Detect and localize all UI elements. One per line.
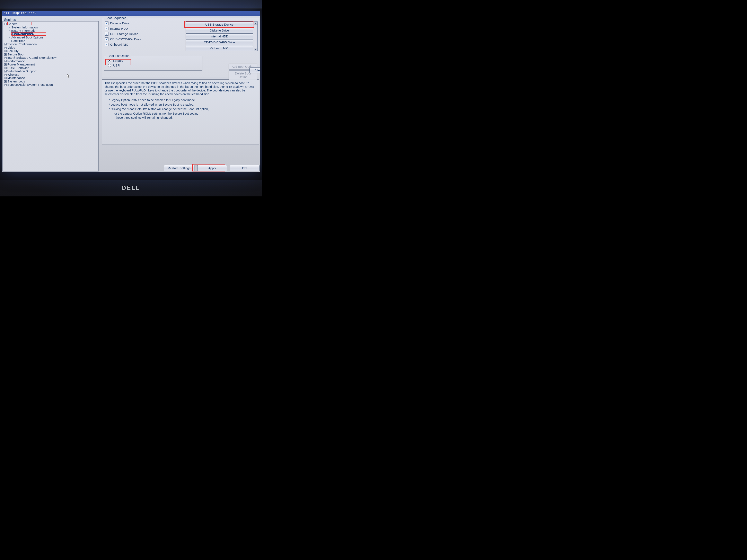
- tree-node-maintenance[interactable]: +Maintenance: [3, 76, 98, 80]
- expand-icon[interactable]: +: [4, 63, 6, 66]
- tree-node-virtualization-support[interactable]: +Virtualization Support: [3, 70, 98, 73]
- detail-panel: Boot Sequence ✓ Diskette Drive ✓ Interna…: [100, 16, 260, 172]
- help-paragraph: This list specifies the order that the B…: [105, 81, 256, 96]
- expand-icon[interactable]: +: [4, 77, 6, 79]
- scroll-up-icon[interactable]: ▲: [254, 22, 257, 25]
- boot-list-radio-legacy[interactable]: Legacy: [108, 59, 200, 62]
- boot-list-option-title: Boot List Option: [106, 54, 131, 57]
- boot-check-label: Onboard NIC: [110, 43, 128, 46]
- checkbox-icon[interactable]: ✓: [105, 27, 108, 30]
- tree-node-video[interactable]: +Video: [3, 46, 98, 50]
- expand-icon[interactable]: +: [4, 57, 6, 59]
- boot-check-label: Internal HDD: [110, 27, 128, 30]
- dell-logo: DELL: [122, 185, 140, 191]
- workspace: Settings −General ├System Information ├B…: [2, 16, 260, 172]
- tree-node-intel-sgx[interactable]: +Intel® Software Guard Extensions™: [3, 56, 98, 59]
- radio-icon[interactable]: [108, 64, 111, 67]
- settings-tree-panel: Settings −General ├System Information ├B…: [2, 16, 100, 172]
- boot-check-label: CD/DVD/CD-RW Drive: [110, 37, 141, 41]
- boot-order-item[interactable]: Onboard NIC: [186, 45, 253, 51]
- boot-order-item[interactable]: USB Storage Device: [186, 22, 253, 27]
- boot-check-usb-storage[interactable]: ✓ USB Storage Device: [105, 32, 171, 35]
- help-bullet: * Legacy Option ROMs need to be enabled …: [109, 98, 256, 102]
- expand-icon[interactable]: +: [4, 60, 6, 62]
- expand-icon[interactable]: +: [4, 47, 6, 49]
- help-bullet: * Clicking the "Load Defaults" button wi…: [109, 107, 256, 111]
- tree-node-security[interactable]: +Security: [3, 49, 98, 53]
- boot-order-list[interactable]: USB Storage Device Diskette Drive Intern…: [186, 22, 253, 51]
- boot-check-cddvd[interactable]: ✓ CD/DVD/CD-RW Drive: [105, 37, 171, 41]
- apply-button[interactable]: Apply: [197, 165, 227, 171]
- restore-settings-button[interactable]: Restore Settings: [164, 165, 195, 171]
- tree-node-general[interactable]: −General: [3, 22, 98, 26]
- view-button[interactable]: View: [250, 67, 260, 73]
- boot-device-check-list: ✓ Diskette Drive ✓ Internal HDD ✓ USB St…: [105, 22, 171, 48]
- expand-icon[interactable]: +: [4, 43, 6, 46]
- boot-order-item[interactable]: Internal HDD: [186, 33, 253, 39]
- tree-node-boot-sequence[interactable]: ├Boot Sequence: [7, 32, 98, 36]
- expand-icon[interactable]: +: [4, 53, 6, 56]
- checkbox-icon[interactable]: ✓: [105, 22, 108, 25]
- radio-label: UEFI: [113, 64, 120, 67]
- help-bullet: * Legacy boot mode is not allowed when S…: [109, 103, 256, 106]
- help-bullet-sub: -- these three settings will remain unch…: [113, 116, 256, 119]
- boot-order-scrollbar[interactable]: ▲ ▼: [254, 22, 258, 51]
- help-bullet-sub: nor the Legacy Option ROMs setting, nor …: [113, 112, 256, 115]
- boot-sequence-group: Boot Sequence ✓ Diskette Drive ✓ Interna…: [102, 18, 259, 77]
- expand-icon[interactable]: +: [4, 70, 6, 73]
- boot-list-radio-uefi[interactable]: UEFI: [108, 64, 200, 67]
- tree-node-system-configuration[interactable]: +System Configuration: [3, 43, 98, 46]
- boot-check-onboard-nic[interactable]: ✓ Onboard NIC: [105, 43, 171, 46]
- checkbox-icon[interactable]: ✓: [105, 32, 108, 35]
- tree-node-post-behavior[interactable]: +POST Behavior: [3, 66, 98, 70]
- checkbox-icon[interactable]: ✓: [105, 37, 108, 41]
- tree-node-power-management[interactable]: +Power Management: [3, 63, 98, 66]
- tree-node-system-logs[interactable]: +System Logs: [3, 80, 98, 83]
- boot-check-internal-hdd[interactable]: ✓ Internal HDD: [105, 27, 171, 30]
- tree-node-secure-boot[interactable]: +Secure Boot: [3, 53, 98, 56]
- scroll-down-icon[interactable]: ▼: [254, 48, 257, 51]
- settings-tree[interactable]: −General ├System Information ├Battery In…: [2, 21, 99, 171]
- tree-node-system-information[interactable]: ├System Information: [7, 26, 98, 29]
- expand-icon[interactable]: +: [4, 84, 6, 86]
- expand-icon[interactable]: +: [4, 50, 6, 52]
- tree-node-supportassist[interactable]: +SupportAssist System Resolution: [3, 83, 98, 86]
- exit-button[interactable]: Exit: [230, 165, 259, 171]
- window-title: ell Inspiron 5559: [2, 11, 260, 16]
- collapse-icon[interactable]: −: [4, 23, 6, 25]
- tree-node-date-time[interactable]: └Date/Time: [7, 39, 98, 43]
- expand-icon[interactable]: +: [4, 74, 6, 76]
- expand-icon[interactable]: +: [4, 67, 6, 69]
- tree-node-performance[interactable]: +Performance: [3, 59, 98, 63]
- boot-sequence-title: Boot Sequence: [104, 16, 128, 20]
- boot-check-diskette[interactable]: ✓ Diskette Drive: [105, 22, 171, 25]
- help-text-box: This list specifies the order that the B…: [102, 79, 259, 144]
- boot-list-option-group: Boot List Option Legacy UEFI: [104, 56, 202, 71]
- radio-label: Legacy: [113, 59, 123, 62]
- checkbox-icon[interactable]: ✓: [105, 43, 108, 46]
- boot-option-buttons: Add Boot Option Delete Boot Option: [204, 64, 257, 81]
- action-bar: Restore Settings Apply Exit: [164, 165, 259, 171]
- bios-screen: ell Inspiron 5559 Settings −General ├Sys…: [2, 11, 260, 172]
- boot-order-item[interactable]: CD/DVD/CD-RW Drive: [186, 39, 253, 45]
- radio-selected-icon[interactable]: [108, 59, 111, 62]
- boot-order-item[interactable]: Diskette Drive: [186, 27, 253, 33]
- boot-check-label: Diskette Drive: [110, 22, 129, 25]
- tree-node-advanced-boot-options[interactable]: ├Advanced Boot Options: [7, 36, 98, 39]
- expand-icon[interactable]: +: [4, 80, 6, 83]
- tree-node-wireless[interactable]: +Wireless: [3, 73, 98, 77]
- boot-check-label: USB Storage Device: [110, 32, 138, 35]
